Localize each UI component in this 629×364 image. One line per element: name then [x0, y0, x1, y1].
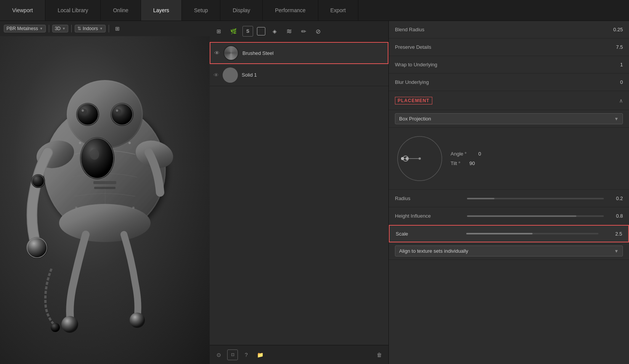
- s-badge-icon[interactable]: S: [242, 26, 253, 37]
- angle-row: Angle ° 0: [451, 151, 481, 157]
- blend-radius-value[interactable]: 0.25: [604, 27, 623, 32]
- svg-point-30: [75, 207, 77, 209]
- trash-icon[interactable]: 🗑: [374, 350, 385, 360]
- scale-value[interactable]: 2.5: [603, 231, 622, 237]
- dial-row: Angle ° 0 Tilt ° 90: [389, 128, 629, 190]
- material-dropdown-arrow: ▼: [40, 27, 43, 30]
- vp-divider-3: [109, 25, 109, 32]
- tab-viewport[interactable]: Viewport: [0, 0, 45, 21]
- radius-label: Radius: [395, 196, 463, 201]
- projection-dropdown-arrow: ▼: [614, 116, 619, 122]
- layer-visibility-brushed-steel[interactable]: 👁: [214, 50, 220, 56]
- svg-point-25: [51, 323, 60, 332]
- placement-title: PLACEMENT: [395, 97, 432, 104]
- tab-local-library[interactable]: Local Library: [45, 0, 101, 21]
- right-panel-inner: Blend Radius 0.25 Preserve Details 7.5 W…: [389, 21, 629, 260]
- tilt-row: Tilt ° 90: [451, 160, 481, 166]
- layer-name-brushed-steel: Brushed Steel: [242, 50, 274, 56]
- scale-row: Scale 2.5: [389, 225, 629, 242]
- wrap-to-underlying-value[interactable]: 1: [604, 62, 623, 67]
- right-panel: Blend Radius 0.25 Preserve Details 7.5 W…: [389, 21, 629, 364]
- robot-3d-view: [13, 40, 196, 360]
- tilt-label: Tilt °: [451, 160, 461, 166]
- wrap-to-underlying-label: Wrap to Underlying: [395, 62, 604, 67]
- tab-layers[interactable]: Layers: [141, 0, 182, 21]
- height-influence-fill: [467, 215, 576, 217]
- grid-icon[interactable]: ⊞: [213, 26, 224, 37]
- svg-point-7: [76, 103, 99, 126]
- layers-count-icon[interactable]: ⊡: [227, 350, 238, 360]
- top-nav: Viewport Local Library Online Layers Set…: [0, 0, 629, 21]
- layer-item-brushed-steel[interactable]: 👁 Brushed Steel: [210, 42, 388, 64]
- svg-rect-27: [94, 187, 116, 189]
- robot-viewport[interactable]: [0, 36, 210, 364]
- layers-list: 👁 Brushed Steel 👁 Solid 1: [210, 42, 388, 345]
- camera-icon[interactable]: ⊙: [213, 350, 224, 360]
- svg-point-35: [401, 157, 404, 160]
- angle-label: Angle °: [451, 151, 467, 157]
- rect-icon[interactable]: [257, 27, 265, 35]
- radius-value[interactable]: 0.2: [608, 196, 623, 201]
- material-dropdown[interactable]: PBR Metalness ▼: [4, 25, 46, 32]
- svg-point-18: [26, 237, 48, 258]
- height-influence-label: Height Influence: [395, 213, 463, 219]
- tab-online[interactable]: Online: [101, 0, 141, 21]
- blur-underlying-label: Blur Underlying: [395, 79, 604, 85]
- layer-visibility-solid-1[interactable]: 👁: [213, 72, 219, 78]
- plant-icon[interactable]: 🌿: [228, 26, 239, 37]
- scale-slider-fill: [466, 233, 532, 234]
- brush-icon[interactable]: ✏: [298, 26, 309, 37]
- layers-stack-icon[interactable]: ⊘: [313, 26, 323, 37]
- align-label: Align to texture sets individually: [399, 248, 468, 254]
- blend-radius-row: Blend Radius 0.25: [389, 21, 629, 38]
- tilt-value[interactable]: 90: [464, 160, 475, 166]
- layer-thumb-solid-1: [223, 67, 238, 83]
- angle-dial[interactable]: [395, 134, 444, 183]
- vp-divider-1: [49, 25, 49, 32]
- svg-point-17: [90, 149, 99, 160]
- placement-section-header: PLACEMENT ∧: [389, 91, 629, 110]
- layer-name-solid-1: Solid 1: [242, 72, 257, 78]
- blur-underlying-row: Blur Underlying 0: [389, 74, 629, 91]
- wave-icon[interactable]: ≋: [284, 26, 294, 37]
- tab-setup[interactable]: Setup: [182, 0, 221, 21]
- svg-point-28: [79, 142, 81, 144]
- preserve-details-label: Preserve Details: [395, 44, 604, 50]
- layers-toolbar: ⊞ 🌿 S ◈ ≋ ✏ ⊘: [210, 21, 388, 42]
- svg-point-14: [116, 109, 118, 112]
- viewport-settings-icon[interactable]: ⊞: [112, 23, 123, 34]
- question-icon[interactable]: ?: [241, 350, 252, 360]
- tab-performance[interactable]: Performance: [263, 0, 318, 21]
- layer-thumb-brushed-steel: [223, 45, 239, 61]
- align-dropdown[interactable]: Align to texture sets individually ▼: [395, 245, 623, 257]
- scale-slider-track[interactable]: [466, 233, 599, 234]
- radius-slider[interactable]: [467, 198, 604, 199]
- env-label: Indoors: [83, 26, 98, 31]
- height-influence-slider[interactable]: [467, 215, 604, 217]
- height-influence-row: Height Influence 0.8: [389, 207, 629, 225]
- svg-rect-26: [93, 181, 116, 184]
- height-influence-value[interactable]: 0.8: [608, 213, 623, 219]
- env-arrow: ▼: [99, 27, 103, 30]
- dial-values: Angle ° 0 Tilt ° 90: [451, 151, 481, 166]
- angle-value[interactable]: 0: [470, 151, 481, 157]
- vp-divider-2: [71, 25, 72, 32]
- material-label: PBR Metalness: [6, 26, 38, 31]
- layers-panel: ⊞ 🌿 S ◈ ≋ ✏ ⊘ 👁 Brushed Steel 👁 Solid 1: [210, 21, 389, 364]
- tab-export[interactable]: Export: [318, 0, 358, 21]
- placement-collapse-icon[interactable]: ∧: [619, 98, 623, 104]
- view-mode-dropdown[interactable]: 3D ▼: [52, 25, 68, 32]
- svg-point-9: [81, 109, 87, 115]
- preserve-details-value[interactable]: 7.5: [604, 44, 623, 50]
- projection-dropdown-row: Box Projection ▼: [389, 110, 629, 128]
- svg-point-24: [130, 313, 145, 328]
- drop-icon[interactable]: ◈: [269, 26, 280, 37]
- svg-point-29: [128, 142, 131, 144]
- folder-icon[interactable]: 📁: [255, 350, 265, 360]
- layer-item-solid-1[interactable]: 👁 Solid 1: [210, 64, 388, 86]
- projection-dropdown[interactable]: Box Projection ▼: [395, 113, 623, 124]
- env-dropdown[interactable]: ⇅ Indoors ▼: [75, 25, 106, 32]
- tab-display[interactable]: Display: [220, 0, 263, 21]
- blur-underlying-value[interactable]: 0: [604, 79, 623, 85]
- svg-point-13: [115, 109, 121, 115]
